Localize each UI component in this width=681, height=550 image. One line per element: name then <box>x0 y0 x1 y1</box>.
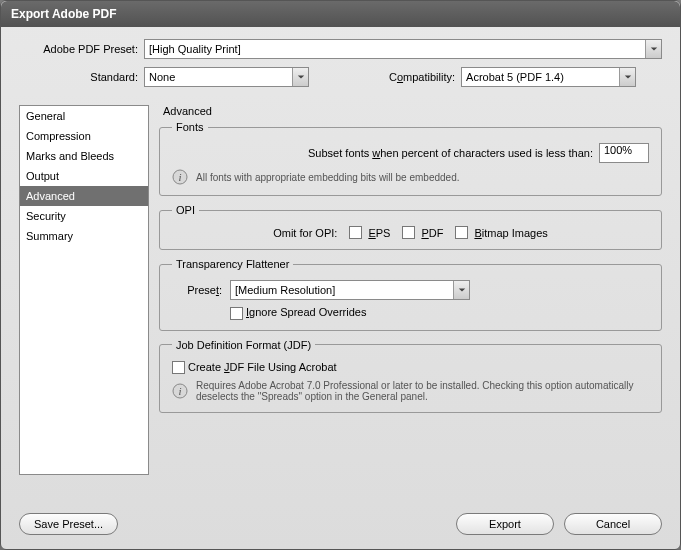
top-area: Adobe PDF Preset: [High Quality Print] S… <box>1 27 680 101</box>
fonts-info-text: All fonts with appropriate embedding bit… <box>196 172 460 183</box>
footer: Save Preset... Export Cancel <box>19 513 662 535</box>
subset-percent-input[interactable]: 100% <box>599 143 649 163</box>
eps-checkbox[interactable]: EPS <box>349 226 390 239</box>
jdf-group: Job Definition Format (JDF) Create JDF F… <box>159 339 662 414</box>
compat-label: Compatibility: <box>389 71 461 83</box>
info-icon: i <box>172 169 188 185</box>
compat-select[interactable]: Acrobat 5 (PDF 1.4) <box>461 67 636 87</box>
sidebar-item-summary[interactable]: Summary <box>20 226 148 246</box>
preset-label: Adobe PDF Preset: <box>19 43 144 55</box>
standard-label: Standard: <box>19 71 144 83</box>
jdf-create-checkbox[interactable]: Create JDF File Using Acrobat <box>172 361 337 375</box>
ignore-overrides-checkbox[interactable]: Ignore Spread Overrides <box>230 306 366 320</box>
svg-text:i: i <box>178 385 181 397</box>
sidebar-item-advanced[interactable]: Advanced <box>20 186 148 206</box>
chevron-down-icon <box>453 281 469 299</box>
pdf-checkbox[interactable]: PDF <box>402 226 443 239</box>
opi-group: OPI Omit for OPI: EPS PDF Bitmap Images <box>159 204 662 250</box>
flattener-preset-label: Preset: <box>172 284 222 296</box>
main-panel: Advanced Fonts Subset fonts when percent… <box>159 105 662 475</box>
sidebar-item-marks-bleeds[interactable]: Marks and Bleeds <box>20 146 148 166</box>
jdf-legend: Job Definition Format (JDF) <box>172 339 315 351</box>
save-preset-button[interactable]: Save Preset... <box>19 513 118 535</box>
standard-value: None <box>149 68 175 86</box>
sidebar-item-output[interactable]: Output <box>20 166 148 186</box>
chevron-down-icon <box>619 68 635 86</box>
export-pdf-dialog: Export Adobe PDF Adobe PDF Preset: [High… <box>0 0 681 550</box>
fonts-group: Fonts Subset fonts when percent of chara… <box>159 121 662 196</box>
sidebar-item-security[interactable]: Security <box>20 206 148 226</box>
cancel-button[interactable]: Cancel <box>564 513 662 535</box>
chevron-down-icon <box>645 40 661 58</box>
compat-value: Acrobat 5 (PDF 1.4) <box>466 68 564 86</box>
flattener-preset-select[interactable]: [Medium Resolution] <box>230 280 470 300</box>
flattener-legend: Transparency Flattener <box>172 258 293 270</box>
category-sidebar: General Compression Marks and Bleeds Out… <box>19 105 149 475</box>
flattener-value: [Medium Resolution] <box>235 281 335 299</box>
standard-select[interactable]: None <box>144 67 309 87</box>
bitmap-checkbox[interactable]: Bitmap Images <box>455 226 547 239</box>
sidebar-item-general[interactable]: General <box>20 106 148 126</box>
svg-text:i: i <box>178 171 181 183</box>
chevron-down-icon <box>292 68 308 86</box>
export-button[interactable]: Export <box>456 513 554 535</box>
preset-select[interactable]: [High Quality Print] <box>144 39 662 59</box>
body-area: General Compression Marks and Bleeds Out… <box>1 101 680 475</box>
info-icon: i <box>172 383 188 399</box>
checkbox-icon <box>230 307 243 320</box>
checkbox-icon <box>349 226 362 239</box>
dialog-title: Export Adobe PDF <box>11 7 117 21</box>
checkbox-icon <box>455 226 468 239</box>
sidebar-item-compression[interactable]: Compression <box>20 126 148 146</box>
preset-value: [High Quality Print] <box>149 40 241 58</box>
jdf-info-text: Requires Adobe Acrobat 7.0 Professional … <box>196 380 649 402</box>
panel-heading: Advanced <box>159 105 662 121</box>
flattener-group: Transparency Flattener Preset: [Medium R… <box>159 258 662 331</box>
checkbox-icon <box>402 226 415 239</box>
omit-label: Omit for OPI: <box>273 227 337 239</box>
subset-label: Subset fonts when percent of characters … <box>308 147 593 159</box>
checkbox-icon <box>172 361 185 374</box>
opi-legend: OPI <box>172 204 199 216</box>
titlebar: Export Adobe PDF <box>1 1 680 27</box>
fonts-legend: Fonts <box>172 121 208 133</box>
